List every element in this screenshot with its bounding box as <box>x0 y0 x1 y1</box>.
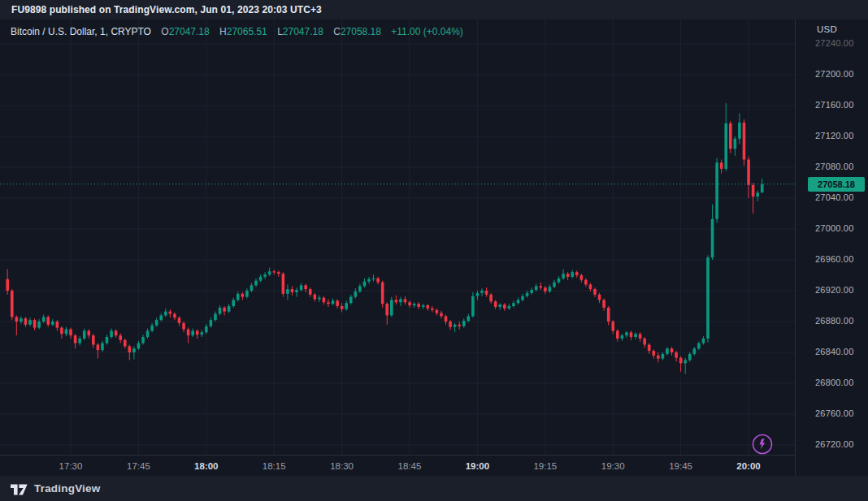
low-label: L <box>277 26 283 37</box>
candlestick-svg <box>0 19 795 455</box>
candle-body <box>544 287 547 292</box>
candle-body <box>517 300 520 303</box>
candle-body <box>747 160 750 185</box>
candle-body <box>521 296 524 300</box>
candle-body <box>295 290 298 292</box>
candle-body <box>616 330 619 339</box>
price-axis-label: 27200.00 <box>815 69 864 79</box>
candle-body <box>277 272 280 274</box>
time-axis-label: 18:15 <box>263 456 286 477</box>
candle-body <box>679 358 683 364</box>
candle-body <box>159 315 163 320</box>
candle-body <box>128 346 132 352</box>
candle-body <box>611 322 614 330</box>
candle-body <box>191 330 194 335</box>
candle-body <box>485 291 488 295</box>
candle-body <box>372 279 375 279</box>
candle-body <box>553 283 556 287</box>
candle-body <box>512 303 515 306</box>
high-value: 27065.51 <box>227 26 267 37</box>
candle-body <box>268 271 271 274</box>
chart-plot-area[interactable] <box>0 19 795 455</box>
tradingview-logo-link[interactable]: TradingView <box>11 482 100 496</box>
candle-body <box>223 308 226 312</box>
symbol-legend: Bitcoin / U.S. Dollar, 1, CRYPTO O27047.… <box>11 26 463 37</box>
price-axis-label: 26760.00 <box>815 408 864 418</box>
candle-body <box>37 322 41 328</box>
price-axis-label: 26920.00 <box>815 285 864 295</box>
candle-body <box>643 339 646 345</box>
open-value: 27047.18 <box>169 26 210 37</box>
candle-body <box>639 334 642 339</box>
time-axis-label: 18:30 <box>330 456 354 477</box>
price-axis-label: 27080.00 <box>815 162 864 171</box>
candle-body <box>440 313 443 317</box>
open-label: O <box>161 26 168 37</box>
candle-body <box>74 335 77 343</box>
candle-body <box>336 300 339 306</box>
candle-body <box>489 295 493 302</box>
candle-body <box>263 274 267 277</box>
candle-body <box>652 351 655 356</box>
candle-body <box>259 277 263 281</box>
candle-body <box>539 286 542 287</box>
time-axis[interactable]: 17:3017:4518:0018:1518:3018:4519:0019:15… <box>0 455 795 476</box>
candle-body <box>454 325 457 327</box>
candle-body <box>720 162 723 169</box>
candle-body <box>445 316 448 322</box>
price-axis-label: 27000.00 <box>815 223 864 233</box>
chart-stage: Bitcoin / U.S. Dollar, 1, CRYPTO O27047.… <box>0 19 868 476</box>
last-price-badge: 27058.18 <box>808 177 865 192</box>
candle-body <box>584 280 588 285</box>
realtime-lightning-button[interactable] <box>751 433 774 456</box>
candle-body <box>693 348 697 354</box>
candle-body <box>688 354 692 361</box>
tradingview-brand-text: TradingView <box>34 482 100 495</box>
candle-body <box>214 314 217 321</box>
candle-body <box>110 330 113 337</box>
candle-body <box>675 352 678 358</box>
time-axis-label: 18:45 <box>398 456 422 477</box>
candle-body <box>115 330 118 335</box>
candle-body <box>480 291 484 293</box>
candle-body <box>734 139 737 149</box>
candle-body <box>729 123 732 149</box>
candle-body <box>422 305 425 307</box>
time-axis-label: 17:30 <box>59 456 83 477</box>
price-axis[interactable]: USD 27058.18 27240.0027200.0027160.00271… <box>795 19 868 476</box>
candle-body <box>97 345 100 351</box>
candle-body <box>508 306 511 309</box>
candle-body <box>535 286 538 290</box>
candle-body <box>376 279 380 283</box>
candle-body <box>630 332 633 337</box>
candle-body <box>11 291 14 317</box>
candles-layer <box>6 103 763 374</box>
candle-body <box>657 356 660 359</box>
candle-body <box>743 123 746 160</box>
price-axis-label: 27120.00 <box>815 131 864 140</box>
candle-body <box>141 337 145 343</box>
candle-body <box>254 281 258 286</box>
price-axis-label: 27040.00 <box>815 192 864 202</box>
candle-body <box>106 337 109 343</box>
footer-bar: TradingView <box>0 476 868 501</box>
price-axis-label: 26720.00 <box>815 439 864 449</box>
candle-body <box>341 306 344 309</box>
candle-body <box>471 296 475 317</box>
candle-body <box>327 302 330 304</box>
candle-body <box>56 322 59 328</box>
candle-body <box>146 330 150 337</box>
candle-body <box>462 321 466 326</box>
candle-body <box>575 272 579 275</box>
candle-body <box>24 318 28 325</box>
candle-body <box>607 308 610 322</box>
candle-body <box>42 317 46 322</box>
candle-body <box>417 304 420 307</box>
candle-body <box>530 290 533 293</box>
price-axis-label: 26960.00 <box>815 254 864 264</box>
candle-body <box>309 289 312 295</box>
candle-body <box>210 320 213 326</box>
tradingview-logo-icon <box>11 482 28 496</box>
candle-body <box>358 286 362 292</box>
candle-body <box>408 302 411 305</box>
